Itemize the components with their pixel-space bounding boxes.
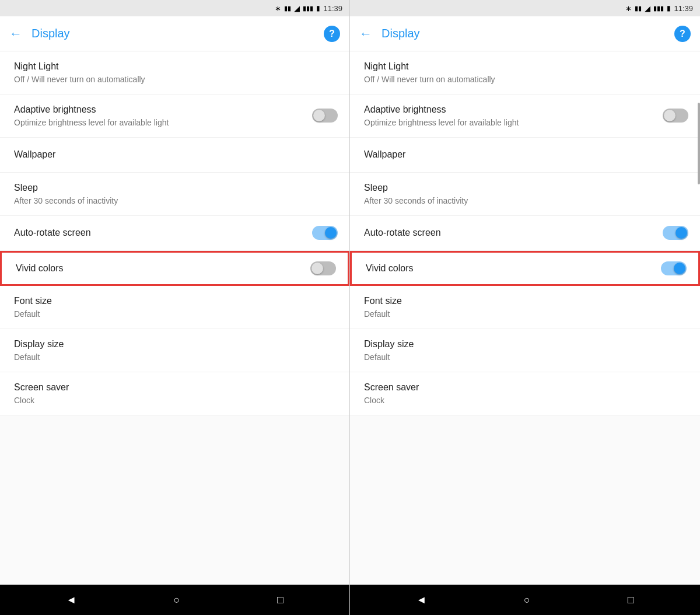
setting-subtitle: Clock [364,395,658,406]
setting-text: Wallpaper [14,149,307,161]
setting-text: Font sizeDefault [364,295,658,319]
settings-content: Night LightOff / Will never turn on auto… [0,51,349,585]
setting-item-night-light[interactable]: Night LightOff / Will never turn on auto… [0,51,349,95]
toggle-adaptive-brightness[interactable] [663,109,688,123]
toggle-vivid-colors[interactable] [661,261,687,275]
nav-recent-button[interactable]: □ [628,594,634,606]
setting-item-wallpaper[interactable]: Wallpaper [350,138,700,173]
toggle-adaptive-brightness[interactable] [312,109,338,123]
nav-recent-button[interactable]: □ [277,594,284,606]
nav-home-button[interactable]: ○ [524,594,530,606]
setting-item-display-size[interactable]: Display sizeDefault [350,329,700,372]
setting-title: Sleep [364,182,658,194]
setting-subtitle: After 30 seconds of inactivity [14,195,307,206]
setting-title: Wallpaper [14,149,307,161]
status-bar: ∗ ▮▮ ◢ ▮▮▮ ▮ 11:39 [0,0,349,16]
setting-text: Display sizeDefault [364,338,658,362]
toggle-auto-rotate[interactable] [312,226,338,240]
setting-item-vivid-colors[interactable]: Vivid colors [0,251,349,286]
toggle-container [310,261,336,275]
setting-item-adaptive-brightness[interactable]: Adaptive brightnessOptimize brightness l… [350,95,700,138]
toggle-knob [674,263,685,274]
setting-subtitle: Off / Will never turn on automatically [364,74,658,85]
nav-home-button[interactable]: ○ [174,594,180,606]
setting-title: Vivid colors [16,263,306,275]
status-bar: ∗ ▮▮ ◢ ▮▮▮ ▮ 11:39 [350,0,700,16]
setting-item-adaptive-brightness[interactable]: Adaptive brightnessOptimize brightness l… [0,95,349,138]
nav-back-button[interactable]: ◄ [66,594,76,606]
setting-item-night-light[interactable]: Night LightOff / Will never turn on auto… [350,51,700,95]
toggle-container [312,226,338,240]
toggle-vivid-colors[interactable] [310,261,336,275]
setting-item-font-size[interactable]: Font sizeDefault [350,286,700,329]
help-button[interactable]: ? [324,26,340,42]
app-bar: ← Display ? [0,16,349,51]
setting-title: Adaptive brightness [364,104,658,116]
setting-title: Display size [14,338,307,351]
setting-title: Screen saver [364,382,658,394]
setting-subtitle: Clock [14,395,307,406]
setting-text: Screen saverClock [364,382,658,406]
setting-title: Auto-rotate screen [14,227,307,239]
setting-item-sleep[interactable]: SleepAfter 30 seconds of inactivity [0,173,349,216]
back-button[interactable]: ← [9,26,22,41]
setting-text: Display sizeDefault [14,338,307,362]
setting-item-vivid-colors[interactable]: Vivid colors [350,251,700,286]
setting-text: Adaptive brightnessOptimize brightness l… [14,104,307,128]
toggle-container [312,109,338,123]
wifi-icon: ◢ [645,4,650,13]
vibrate-icon: ▮▮ [635,5,642,12]
status-icons: ∗ ▮▮ ◢ ▮▮▮ ▮ 11:39 [275,4,342,13]
bluetooth-icon: ∗ [625,4,632,13]
setting-title: Font size [14,295,307,308]
screens-container: ∗ ▮▮ ◢ ▮▮▮ ▮ 11:39 ← Display ? Night Lig… [0,0,700,615]
setting-item-font-size[interactable]: Font sizeDefault [0,286,349,329]
screen-right: ∗ ▮▮ ◢ ▮▮▮ ▮ 11:39 ← Display ? Night Lig… [350,0,700,615]
status-icons: ∗ ▮▮ ◢ ▮▮▮ ▮ 11:39 [625,4,693,13]
setting-text: Vivid colors [16,263,306,275]
setting-item-wallpaper[interactable]: Wallpaper [0,138,349,173]
setting-title: Vivid colors [366,263,656,275]
back-button[interactable]: ← [359,26,372,41]
app-bar: ← Display ? [350,16,700,51]
toggle-auto-rotate[interactable] [663,226,688,240]
setting-text: Font sizeDefault [14,295,307,319]
setting-text: SleepAfter 30 seconds of inactivity [14,182,307,206]
setting-title: Auto-rotate screen [364,227,658,239]
setting-subtitle: Default [14,309,307,319]
signal-icon: ▮▮▮ [303,5,313,12]
setting-subtitle: Optimize brightness level for available … [14,117,307,128]
setting-text: Night LightOff / Will never turn on auto… [14,61,307,85]
setting-item-sleep[interactable]: SleepAfter 30 seconds of inactivity [350,173,700,216]
setting-text: Auto-rotate screen [14,227,307,239]
app-bar-title: Display [382,27,674,40]
setting-title: Sleep [14,182,307,194]
nav-bar: ◄ ○ □ [0,585,349,615]
vibrate-icon: ▮▮ [284,5,291,12]
setting-subtitle: Default [364,352,658,362]
setting-subtitle: Optimize brightness level for available … [364,117,658,128]
signal-icon: ▮▮▮ [653,5,664,12]
setting-text: Auto-rotate screen [364,227,658,239]
setting-text: Adaptive brightnessOptimize brightness l… [364,104,658,128]
setting-subtitle: Off / Will never turn on automatically [14,74,307,85]
setting-item-auto-rotate[interactable]: Auto-rotate screen [350,216,700,251]
setting-subtitle: Default [364,309,658,319]
setting-subtitle: After 30 seconds of inactivity [364,195,658,206]
setting-item-display-size[interactable]: Display sizeDefault [0,329,349,372]
scrollbar[interactable] [698,103,700,184]
battery-icon: ▮ [316,4,320,12]
setting-title: Display size [364,338,658,351]
setting-text: Vivid colors [366,263,656,275]
toggle-knob [313,110,325,121]
nav-back-button[interactable]: ◄ [416,594,426,606]
setting-item-screen-saver[interactable]: Screen saverClock [350,372,700,415]
status-time: 11:39 [674,4,693,13]
setting-title: Screen saver [14,382,307,394]
setting-item-auto-rotate[interactable]: Auto-rotate screen [0,216,349,251]
battery-icon: ▮ [667,4,671,12]
status-time: 11:39 [323,4,342,13]
setting-title: Adaptive brightness [14,104,307,116]
help-button[interactable]: ? [674,26,691,42]
setting-item-screen-saver[interactable]: Screen saverClock [0,372,349,415]
